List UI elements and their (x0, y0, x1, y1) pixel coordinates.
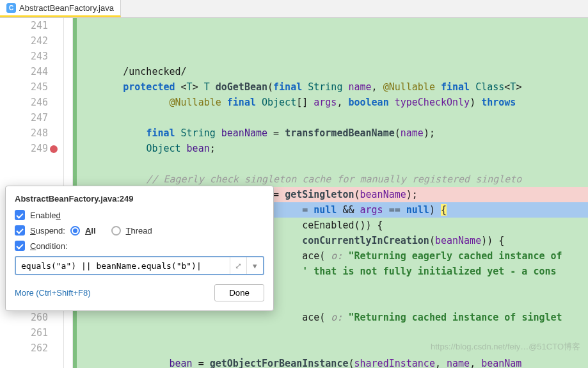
suspend-label: Suspend: (30, 226, 65, 236)
code-line[interactable] (73, 110, 588, 125)
code-line[interactable]: protected <T> T doGetBean(final String n… (73, 79, 588, 95)
code-line[interactable]: ace( o: "Returning cached instance of si… (73, 310, 588, 325)
java-class-icon: C (6, 3, 16, 13)
expand-icon[interactable]: ⤢ (230, 257, 246, 274)
line-number: 261 (0, 325, 48, 340)
condition-input-wrapper: ⤢ ▾ (15, 256, 264, 275)
suspend-thread-label: Thread (126, 226, 152, 236)
popup-title: AbstractBeanFactory.java:249 (15, 194, 264, 204)
code-line[interactable] (73, 325, 588, 340)
history-dropdown-icon[interactable]: ▾ (246, 257, 263, 274)
tab-filename: AbstractBeanFactory.java (19, 3, 114, 13)
line-number: 248 (0, 125, 48, 141)
line-number: 242 (0, 33, 48, 49)
code-line[interactable]: Object bean; (73, 141, 588, 156)
editor-tab-bar: C AbstractBeanFactory.java (0, 0, 588, 18)
line-number: 249 (0, 141, 48, 156)
breakpoint-icon[interactable] (50, 145, 58, 153)
line-number: 247 (0, 110, 48, 125)
condition-label: Condition: (30, 241, 68, 251)
suspend-thread-radio[interactable] (111, 226, 121, 236)
code-line[interactable] (73, 156, 588, 172)
editor-tab[interactable]: C AbstractBeanFactory.java (0, 0, 121, 17)
breakpoint-config-popup: AbstractBeanFactory.java:249 Enabled Sus… (5, 186, 274, 311)
watermark-text: https://blog.csdn.net/feiy…@51CTO博客 (431, 341, 580, 353)
suspend-all-radio[interactable] (70, 226, 80, 236)
code-line[interactable]: bean = getObjectForBeanInstance(sharedIn… (73, 356, 588, 368)
line-number: 262 (0, 340, 48, 356)
line-number: 243 (0, 49, 48, 64)
done-button[interactable]: Done (214, 284, 264, 301)
condition-input[interactable] (16, 261, 230, 271)
line-number: 245 (0, 79, 48, 95)
code-line[interactable]: /unchecked/ (73, 64, 588, 79)
code-line[interactable]: @Nullable final Object[] args, boolean t… (73, 95, 588, 110)
code-line[interactable]: // Eagerly check singleton cache for man… (73, 172, 588, 187)
condition-checkbox[interactable] (15, 241, 25, 251)
code-line[interactable]: final String beanName = transformedBeanN… (73, 125, 588, 141)
suspend-all-label: All (85, 226, 96, 236)
line-number: 241 (0, 18, 48, 33)
line-number: 244 (0, 64, 48, 79)
line-number: 260 (0, 310, 48, 325)
suspend-checkbox[interactable] (15, 225, 25, 236)
line-number: 246 (0, 95, 48, 110)
enabled-label: Enabled (30, 211, 61, 220)
enabled-checkbox[interactable] (15, 210, 25, 220)
more-options-link[interactable]: More (Ctrl+Shift+F8) (15, 288, 90, 298)
